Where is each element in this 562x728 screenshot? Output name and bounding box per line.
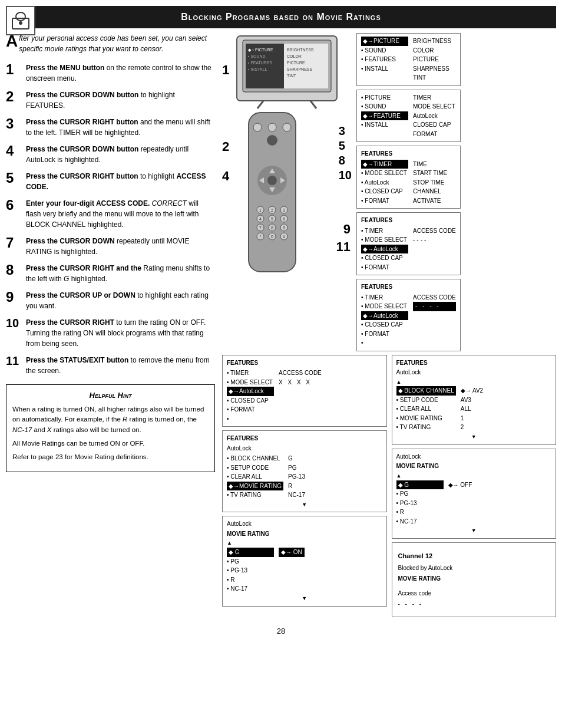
menu3-format: • FORMAT [361, 196, 408, 206]
menu3-closed-cap: • CLOSED CAP [361, 187, 408, 196]
svg-text:4: 4 [259, 217, 262, 221]
menu5-access-code-label: ACCESS CODE [413, 293, 456, 302]
step-7-number: 7 [6, 236, 22, 250]
menu4-title: Features [361, 216, 456, 225]
badge-11: 11 [336, 239, 351, 255]
menu2-sound: • SOUND [361, 102, 408, 111]
menu-channel-blocked: Channel 12 Blocked by AutoLock MOVIE RAT… [392, 542, 557, 617]
menu8-down-arrow: ▼ [227, 501, 382, 509]
menu7-features: Features [396, 358, 552, 368]
menu9-movie-rating: MOVIE RATING [396, 462, 552, 471]
badge-10: 10 [339, 169, 352, 182]
svg-text:#: # [283, 235, 285, 239]
menu6-access-label: ACCESS CODE [279, 368, 322, 378]
menu-rating-on: AutoLock MOVIE RATING ▲ ◆ G • PG • PG-13… [222, 516, 387, 606]
svg-point-20 [268, 123, 276, 131]
svg-text:• SOUND: • SOUND [248, 54, 266, 58]
menu-picture: ◆→PICTURE • SOUND • FEATURES • INSTALL B… [356, 33, 461, 86]
menu3-title: Features [361, 149, 456, 159]
svg-text:6: 6 [283, 217, 285, 221]
menu6-autolock-hl: ◆→AutoLock [227, 387, 274, 396]
page: Blocking Programs based on Movie Ratings… [0, 0, 562, 641]
menu3-activate: ACTIVATE [413, 196, 447, 206]
menu1-color: COLOR [413, 46, 451, 55]
svg-text:PICTURE: PICTURE [287, 61, 305, 65]
menu10-movie-rating: MOVIE RATING [227, 529, 382, 539]
menu9-pg13: • PG-13 [396, 499, 444, 508]
step-11-text: Press the STATUS/EXIT button to remove t… [26, 355, 215, 376]
menu3-time: TIME [413, 160, 447, 169]
svg-line-5 [257, 101, 263, 108]
menu1-brightness: BRIGHTNESS [413, 37, 451, 46]
menu3-timer-hl: ◆→TIMER [361, 160, 408, 169]
menu6-closed-cap: • CLOSED CAP [227, 396, 274, 406]
menu5-timer: • TIMER [361, 293, 408, 302]
menu6-mode: • MODE SELECT [227, 378, 274, 387]
step-10-number: 10 [6, 317, 22, 329]
bottom-menus-row: Features • TIMER • MODE SELECT ◆→AutoLoc… [222, 355, 556, 618]
badge-9: 9 [343, 222, 351, 237]
step-10-text: Press the CURSOR RIGHT to turn the ratin… [26, 317, 215, 349]
menu8-clear: • CLEAR ALL [227, 472, 283, 482]
menu10-pg: • PG [227, 557, 274, 566]
badge-3: 3 [339, 124, 352, 138]
badge-8: 8 [339, 154, 352, 167]
menu10-on-hl: ◆→ ON [279, 548, 305, 557]
svg-text:3: 3 [283, 208, 285, 212]
menu-access-xxxx: Features • TIMER • MODE SELECT ◆→AutoLoc… [222, 355, 387, 427]
svg-point-22 [267, 135, 277, 146]
menu7-av2: ◆→ AV2 [461, 386, 483, 396]
menu11-channel: Channel 12 [398, 551, 550, 561]
bottom-left-menus: Features • TIMER • MODE SELECT ◆→AutoLoc… [222, 355, 387, 618]
badge-4: 4 [222, 169, 229, 184]
svg-text:*: * [260, 235, 262, 239]
svg-text:7: 7 [259, 226, 262, 230]
menu2-install: • INSTALL [361, 120, 408, 130]
menu5-title: Features [361, 282, 456, 292]
step-9-number: 9 [6, 290, 22, 304]
lock-icon [6, 6, 35, 35]
menu4-dashes: ---- [413, 235, 456, 245]
svg-text:0: 0 [271, 235, 273, 239]
menu10-g-hl: ◆ G [227, 548, 274, 557]
step-4-number: 4 [6, 144, 22, 158]
menu10-pg13: • PG-13 [227, 566, 274, 575]
svg-text:5: 5 [271, 217, 273, 221]
step-3-number: 3 [6, 117, 22, 131]
step-1: 1 Press the MENU button on the remote co… [6, 62, 215, 84]
step-6-text: Enter your four-digit ACCESS CODE. CORRE… [26, 198, 215, 230]
svg-text:SHARPNESS: SHARPNESS [287, 67, 313, 71]
steps-list: 1 Press the MENU button on the remote co… [6, 62, 215, 376]
step-8-text: Press the CURSOR RIGHT and the Rating me… [26, 263, 215, 284]
menu11-dashes: - - - - [398, 599, 550, 609]
menu2-format: FORMAT [413, 130, 455, 139]
remote-svg: 1 2 3 4 5 6 7 8 [240, 110, 305, 275]
menu8-r: R [288, 482, 305, 491]
menu2-picture: • PICTURE [361, 93, 408, 103]
menu2-mode-select: MODE SELECT [413, 102, 455, 111]
menu3-start: START TIME [413, 169, 447, 178]
menu-features: • PICTURE • SOUND ◆→FEATURE • INSTALL TI… [356, 90, 461, 143]
step-9: 9 Press the CURSOR UP or DOWN to highlig… [6, 290, 215, 311]
step-10: 10 Press the CURSOR RIGHT to turn the ra… [6, 317, 215, 349]
menus-col-1: ◆→PICTURE • SOUND • FEATURES • INSTALL B… [356, 33, 461, 351]
menu5-format: • FORMAT [361, 330, 408, 339]
menu1-picture: PICTURE [413, 55, 451, 64]
menu9-up-arrow: ▲ [396, 472, 552, 480]
menu1-features: • FEATURES [361, 55, 408, 64]
step-2-number: 2 [6, 90, 22, 104]
step-6: 6 Enter your four-digit ACCESS CODE. COR… [6, 198, 215, 230]
menu9-down-arrow: ▼ [396, 527, 552, 535]
step-2-text: Press the CURSOR DOWN button to highligh… [26, 90, 215, 111]
badge-1: 1 [222, 62, 229, 78]
svg-text:• INSTALL: • INSTALL [248, 67, 267, 71]
menu-rating-off: AutoLock MOVIE RATING ▲ ◆ G • PG • PG-13… [392, 449, 557, 539]
menu8-block: • BLOCK CHANNEL [227, 454, 283, 463]
menu7-2: 2 [461, 423, 483, 432]
menu10-up-arrow: ▲ [227, 539, 382, 548]
step-11: 11 Press the STATUS/EXIT button to remov… [6, 355, 215, 376]
menu9-autolock: AutoLock [396, 452, 552, 462]
menu6-format: • FORMAT [227, 405, 274, 414]
menu9-r: • R [396, 508, 444, 517]
step-4: 4 Press the CURSOR DOWN button repeatedl… [6, 144, 215, 165]
